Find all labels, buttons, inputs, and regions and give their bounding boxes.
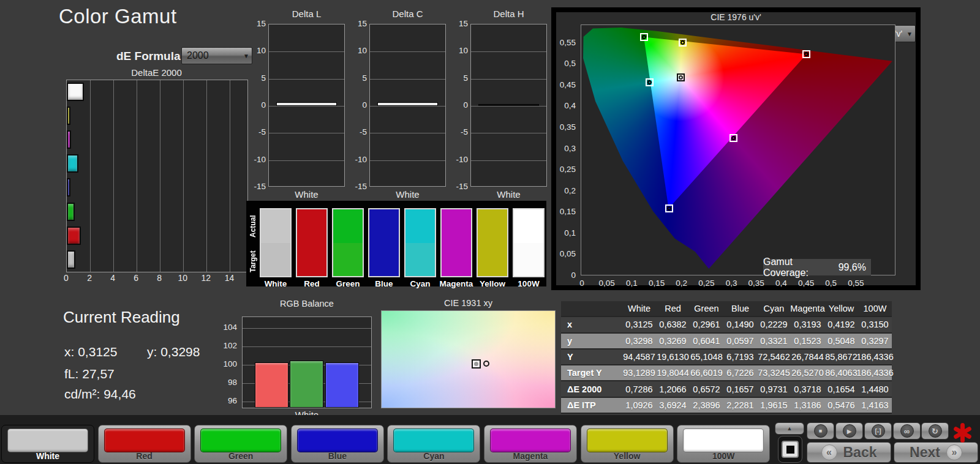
pattern-button-white[interactable]: White xyxy=(1,425,94,463)
table-cell: 65,1048 xyxy=(690,350,723,365)
deltae-xtick: 10 xyxy=(178,273,188,283)
de-formula-value: 2000 xyxy=(182,50,241,61)
rgb-ytick: 98 xyxy=(216,378,237,387)
cie-uv-ytick: 0,55 xyxy=(550,38,576,47)
pattern-button-100w[interactable]: 100W xyxy=(677,425,770,463)
continuous-measure-button[interactable]: ∞ xyxy=(893,422,921,440)
table-cell: 0,3269 xyxy=(656,334,690,350)
pattern-button-red[interactable]: Red xyxy=(98,425,191,463)
delta-chart-title: Delta L xyxy=(268,9,345,19)
stop-measure-button[interactable]: ■ xyxy=(807,422,834,440)
measure-once-button[interactable]: ▶ xyxy=(835,422,863,440)
swatch-column-label: Green xyxy=(331,279,365,288)
actual-swatch xyxy=(369,209,399,243)
target-swatch xyxy=(297,243,326,277)
rgb-balance-plot xyxy=(242,316,372,408)
table-cell: 85,8672 xyxy=(824,350,858,365)
delta-ytick: -10 xyxy=(246,155,266,164)
swatch-column-label: Cyan xyxy=(403,279,437,288)
delta-chart-plot xyxy=(369,24,446,187)
cie-uv-point-blue xyxy=(665,204,673,212)
table-cell: 0,6572 xyxy=(690,381,723,397)
measure-series-icon: [-] xyxy=(872,424,885,438)
pattern-window-icon-inner xyxy=(786,446,794,454)
delta-gridline xyxy=(471,106,546,107)
next-button-label: Next xyxy=(910,444,940,461)
next-button[interactable]: Next » xyxy=(894,442,978,463)
reading-x-label: x: xyxy=(64,345,74,359)
pattern-swatch xyxy=(587,428,668,452)
pattern-button-magenta[interactable]: Magenta xyxy=(484,425,577,463)
deltae-gridline xyxy=(113,80,114,272)
cie-uv-xtick: 0,5 xyxy=(825,279,837,288)
rgb-ytick: 96 xyxy=(216,396,237,405)
stop-glyph: ■ xyxy=(819,428,822,434)
table-row-label: ΔE 2000 xyxy=(561,381,622,397)
table-cell: 0,1523 xyxy=(791,334,824,350)
cie-uv-xtick: 0,3 xyxy=(726,279,737,288)
swatch-column-label: Blue xyxy=(367,279,401,288)
table-column-header: Magenta xyxy=(791,301,824,317)
pattern-button-green[interactable]: Green xyxy=(194,425,287,463)
actual-swatch xyxy=(405,209,435,243)
deltae-gridline xyxy=(137,80,137,272)
table-cell: 0,1654 xyxy=(824,381,858,397)
reading-y-value: 0,3298 xyxy=(160,345,200,359)
delta-ytick: 0 xyxy=(347,100,367,110)
delta-ytick: 10 xyxy=(246,46,266,55)
swatch-column-label: Yellow xyxy=(475,279,510,288)
back-button[interactable]: « Back xyxy=(807,442,891,463)
delta-ytick: 15 xyxy=(347,19,367,28)
actual-swatch xyxy=(478,209,507,243)
collapse-panel-button[interactable]: ▲ xyxy=(775,422,804,435)
delta-ytick: 10 xyxy=(347,46,367,55)
target-swatch xyxy=(442,243,471,277)
chevron-up-icon: ▲ xyxy=(787,425,793,432)
swatch-column-yellow xyxy=(477,208,508,277)
table-cell: 94,4587 xyxy=(622,350,656,365)
table-cell: 1,2066 xyxy=(656,381,690,397)
table-cell: 6,7226 xyxy=(723,365,757,381)
pattern-swatch xyxy=(490,428,571,452)
cie-uv-xaxis: 00,050,10,150,20,250,30,350,40,450,50,55 xyxy=(581,279,895,288)
back-button-label: Back xyxy=(843,444,877,461)
cie-uv-xtick: 0,25 xyxy=(698,279,714,288)
pattern-swatch xyxy=(393,428,474,452)
cie-uv-point-white xyxy=(677,73,685,81)
rgb-bar-blue xyxy=(325,362,359,408)
deltae-gridline xyxy=(160,80,160,272)
deltae-bar-cyan xyxy=(67,154,78,173)
delta-chart-plot xyxy=(470,24,547,187)
pattern-window-button[interactable] xyxy=(778,436,802,463)
de-formula-dropdown[interactable]: 2000 ▼ xyxy=(181,47,252,64)
table-cell: 0,3193 xyxy=(791,317,824,333)
current-reading-title: Current Reading xyxy=(63,308,180,327)
pattern-button-cyan[interactable]: Cyan xyxy=(387,425,480,463)
cie-uv-point-dot xyxy=(647,80,652,84)
cie-uv-ytick: 0,5 xyxy=(550,59,576,68)
table-column-header: White xyxy=(622,301,656,317)
measure-series-button[interactable]: [-] xyxy=(864,422,892,440)
reading-cdm2: cd/m²: 94,46 xyxy=(64,387,136,402)
actual-row-label: Actual xyxy=(248,209,258,244)
swatch-column-magenta xyxy=(440,208,472,277)
pattern-button-blue[interactable]: Blue xyxy=(291,425,384,463)
chevron-down-icon: ▼ xyxy=(904,31,915,37)
deltae-bar-green xyxy=(67,203,75,221)
table-cell: 0,3297 xyxy=(858,334,892,350)
pattern-button-label: Magenta xyxy=(484,451,576,461)
swatch-column-blue xyxy=(368,208,400,277)
cie-uv-point-green xyxy=(640,33,648,41)
deltae-bar-magenta xyxy=(67,130,71,149)
refresh-button[interactable]: ↻ xyxy=(921,422,949,440)
swatch-column-cyan xyxy=(404,208,436,277)
table-row-label: ΔE ITP xyxy=(561,398,622,414)
reading-fl: fL: 27,57 xyxy=(64,367,115,381)
table-column-header: 100W xyxy=(858,301,892,317)
table-cell: 0,3150 xyxy=(858,317,892,333)
table-cell: 0,9731 xyxy=(757,381,791,397)
delta-gridline xyxy=(370,106,445,107)
cie-uv-xtick: 0,35 xyxy=(748,279,764,288)
pattern-button-yellow[interactable]: Yellow xyxy=(581,425,674,463)
reading-fl-value: 27,57 xyxy=(82,367,115,381)
